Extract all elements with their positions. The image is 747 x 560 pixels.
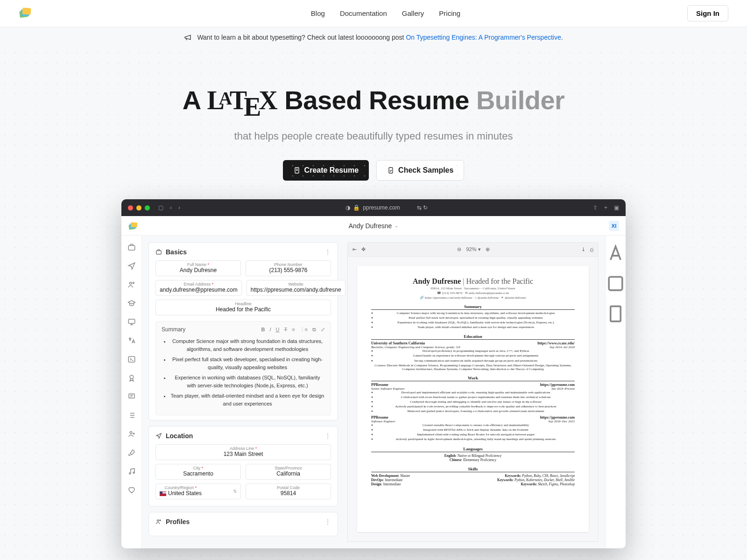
megaphone-icon <box>184 34 191 41</box>
profiles-icon[interactable] <box>127 280 136 289</box>
monitor-icon[interactable] <box>127 318 136 326</box>
ordered-list-icon[interactable]: ≡ <box>292 327 295 333</box>
nav-blog[interactable]: Blog <box>311 9 325 17</box>
user-plus-icon[interactable] <box>127 430 136 438</box>
strike-icon[interactable]: T <box>284 327 287 333</box>
nav-center: Blog Documentation Gallery Pricing <box>84 9 687 17</box>
chevron-left-icon: ‹ <box>170 204 172 211</box>
minimize-icon <box>136 205 141 210</box>
chevron-right-icon: › <box>178 204 180 211</box>
heart-icon[interactable] <box>127 486 136 494</box>
preview-panel: ⇤ ✥ ⊖ 92% ▾ ⊕ ⤓ ⎙ Andy Dufresne <box>347 236 605 548</box>
zoom-level[interactable]: 92% ▾ <box>466 246 480 252</box>
page-icon[interactable] <box>606 304 626 324</box>
form-panel: Basics ⋮ Full Name * Andy Dufresne Phone… <box>142 236 347 548</box>
rocket-icon[interactable] <box>127 448 136 457</box>
location-icon[interactable] <box>127 262 136 270</box>
basics-card: Basics ⋮ Full Name * Andy Dufresne Phone… <box>148 242 338 420</box>
browser-nav-icons: ▢ ‹ › <box>158 204 180 211</box>
svg-point-17 <box>133 472 134 474</box>
nav-documentation[interactable]: Documentation <box>340 9 387 17</box>
create-resume-button[interactable]: Create Resume <box>283 160 369 181</box>
briefcase-icon <box>155 249 162 255</box>
certificate-icon[interactable] <box>127 392 136 401</box>
state-field[interactable]: State/Province California <box>246 464 331 480</box>
svg-rect-11 <box>128 319 135 323</box>
list-icon[interactable] <box>127 411 136 420</box>
svg-point-10 <box>133 282 134 284</box>
expand-icon[interactable]: ⤢ <box>321 327 325 333</box>
address-bar: ◑ 🔒 ppresume.com ⇆ ↻ <box>184 204 589 211</box>
link-icon[interactable]: ⧉ <box>312 327 316 333</box>
headline-field[interactable]: Headline Headed for the Pacific <box>155 300 331 315</box>
card-menu-button[interactable]: ⋮ <box>324 248 331 256</box>
zoom-out-icon[interactable]: ⊖ <box>457 246 461 252</box>
language-icon[interactable] <box>127 336 136 345</box>
logo[interactable] <box>19 7 84 20</box>
shield-icon: ◑ <box>345 204 350 211</box>
user-badge[interactable]: XI <box>609 221 619 231</box>
svg-rect-4 <box>389 168 393 173</box>
svg-point-9 <box>129 282 132 285</box>
summary-toolbar: B I U T ≡ ⋮≡ ⧉ ⤢ <box>261 327 325 333</box>
right-sidebar <box>605 236 626 548</box>
website-field[interactable]: Website https://ppresume.com/andy.dufres… <box>247 280 345 296</box>
sign-in-button[interactable]: Sign In <box>687 5 728 21</box>
resume-preview: Andy Dufresne | Headed for the Pacific 9… <box>357 266 589 532</box>
briefcase-icon[interactable] <box>127 243 136 252</box>
zoom-in-icon[interactable]: ⊕ <box>486 246 490 252</box>
phone-field[interactable]: Phone Number (213) 555-9876 <box>246 260 331 276</box>
italic-icon[interactable]: I <box>269 327 271 333</box>
chevron-updown-icon: ⇅ <box>233 489 237 494</box>
address-field[interactable]: Address Line * 123 Main Street <box>155 444 331 460</box>
svg-rect-7 <box>131 222 137 227</box>
announce-link[interactable]: On Typesetting Engines: A Programmer's P… <box>406 34 561 41</box>
app-title-dropdown[interactable]: Andy Dufresne ⌄ <box>138 222 609 230</box>
font-icon[interactable] <box>606 243 626 263</box>
hero-title: A LATEX Based Resume Builder <box>0 85 747 122</box>
nav-pricing[interactable]: Pricing <box>439 9 460 17</box>
layout-icon[interactable] <box>606 273 626 294</box>
app-screenshot: ▢ ‹ › ◑ 🔒 ppresume.com ⇆ ↻ ⇧ + ▣ Andy Du… <box>121 199 626 548</box>
svg-point-13 <box>130 375 134 379</box>
education-icon[interactable] <box>127 299 136 308</box>
profiles-card: Profiles ⋮ <box>148 512 338 536</box>
site-header: Blog Documentation Gallery Pricing Sign … <box>0 0 747 27</box>
location-card: Location ⋮ Address Line * 123 Main Stree… <box>148 426 338 506</box>
location-icon <box>155 433 162 439</box>
svg-rect-14 <box>129 394 134 398</box>
card-menu-button[interactable]: ⋮ <box>324 432 331 440</box>
underline-icon[interactable]: U <box>275 327 279 333</box>
bullet-list-icon[interactable]: ⋮≡ <box>300 327 308 333</box>
bold-icon[interactable]: B <box>261 327 265 333</box>
full-name-field[interactable]: Full Name * Andy Dufresne <box>155 260 241 276</box>
check-samples-button[interactable]: Check Samples <box>376 160 464 181</box>
browser-right-icons: ⇧ + ▣ <box>593 204 619 211</box>
preview-toolbar: ⇤ ✥ ⊖ 92% ▾ ⊕ ⤓ ⎙ <box>347 242 599 256</box>
logo-icon <box>19 7 32 18</box>
lock-icon: 🔒 <box>353 204 360 211</box>
browser-chrome: ▢ ‹ › ◑ 🔒 ppresume.com ⇆ ↻ ⇧ + ▣ <box>121 199 626 216</box>
resume-name: Andy Dufresne | Headed for the Pacific <box>371 277 575 286</box>
download-icon[interactable]: ⤓ <box>581 246 585 252</box>
card-menu-button[interactable]: ⋮ <box>324 518 331 525</box>
svg-rect-18 <box>156 251 162 254</box>
print-icon[interactable]: ⎙ <box>590 247 593 252</box>
postal-field[interactable]: Postal Code 95814 <box>246 483 331 499</box>
move-icon[interactable]: ✥ <box>361 246 366 252</box>
app-logo-icon <box>128 222 138 230</box>
city-field[interactable]: City * Sacramento <box>155 464 241 480</box>
email-field[interactable]: Email Address * andy.dufresne@ppresume.c… <box>155 280 242 296</box>
country-field[interactable]: Country/Region * United States ⇅ <box>155 483 241 499</box>
terminal-icon[interactable] <box>127 355 136 364</box>
nav-gallery[interactable]: Gallery <box>402 9 424 17</box>
traffic-lights <box>128 205 150 210</box>
award-icon[interactable] <box>127 374 136 382</box>
share-icon: ⇧ <box>593 204 598 211</box>
music-icon[interactable] <box>127 467 136 476</box>
latex-logo: LATEX <box>207 85 278 122</box>
goto-start-icon[interactable]: ⇤ <box>352 246 357 252</box>
summary-editor[interactable]: Summary B I U T ≡ ⋮≡ ⧉ ⤢ <box>155 321 331 415</box>
summary-list: Computer Science major with strong found… <box>162 337 325 407</box>
hero-subtitle: that helps people create beautifully typ… <box>0 130 747 142</box>
